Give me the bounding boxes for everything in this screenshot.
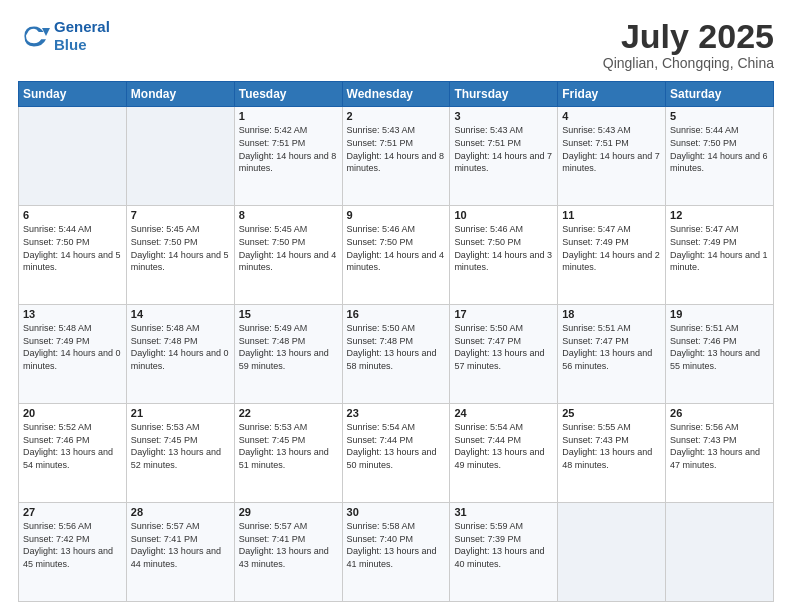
day-cell: 19Sunrise: 5:51 AM Sunset: 7:46 PM Dayli… <box>666 305 774 404</box>
day-info: Sunrise: 5:43 AM Sunset: 7:51 PM Dayligh… <box>347 124 446 174</box>
day-info: Sunrise: 5:54 AM Sunset: 7:44 PM Dayligh… <box>454 421 553 471</box>
day-cell: 3Sunrise: 5:43 AM Sunset: 7:51 PM Daylig… <box>450 107 558 206</box>
location: Qinglian, Chongqing, China <box>603 55 774 71</box>
logo-line2: Blue <box>54 36 87 53</box>
day-cell: 13Sunrise: 5:48 AM Sunset: 7:49 PM Dayli… <box>19 305 127 404</box>
header: General Blue July 2025 Qinglian, Chongqi… <box>18 18 774 71</box>
day-number: 27 <box>23 506 122 518</box>
weekday-header-thursday: Thursday <box>450 82 558 107</box>
day-cell: 6Sunrise: 5:44 AM Sunset: 7:50 PM Daylig… <box>19 206 127 305</box>
day-info: Sunrise: 5:53 AM Sunset: 7:45 PM Dayligh… <box>131 421 230 471</box>
day-number: 31 <box>454 506 553 518</box>
day-number: 29 <box>239 506 338 518</box>
day-cell: 8Sunrise: 5:45 AM Sunset: 7:50 PM Daylig… <box>234 206 342 305</box>
weekday-header-monday: Monday <box>126 82 234 107</box>
day-cell: 22Sunrise: 5:53 AM Sunset: 7:45 PM Dayli… <box>234 404 342 503</box>
day-number: 5 <box>670 110 769 122</box>
day-number: 6 <box>23 209 122 221</box>
day-cell: 27Sunrise: 5:56 AM Sunset: 7:42 PM Dayli… <box>19 503 127 602</box>
day-info: Sunrise: 5:58 AM Sunset: 7:40 PM Dayligh… <box>347 520 446 570</box>
day-number: 22 <box>239 407 338 419</box>
day-number: 4 <box>562 110 661 122</box>
day-number: 18 <box>562 308 661 320</box>
day-info: Sunrise: 5:46 AM Sunset: 7:50 PM Dayligh… <box>347 223 446 273</box>
day-number: 26 <box>670 407 769 419</box>
weekday-header-tuesday: Tuesday <box>234 82 342 107</box>
day-cell: 26Sunrise: 5:56 AM Sunset: 7:43 PM Dayli… <box>666 404 774 503</box>
day-number: 20 <box>23 407 122 419</box>
calendar-table: SundayMondayTuesdayWednesdayThursdayFrid… <box>18 81 774 602</box>
day-info: Sunrise: 5:52 AM Sunset: 7:46 PM Dayligh… <box>23 421 122 471</box>
day-number: 15 <box>239 308 338 320</box>
day-number: 8 <box>239 209 338 221</box>
day-cell: 7Sunrise: 5:45 AM Sunset: 7:50 PM Daylig… <box>126 206 234 305</box>
day-info: Sunrise: 5:49 AM Sunset: 7:48 PM Dayligh… <box>239 322 338 372</box>
day-info: Sunrise: 5:43 AM Sunset: 7:51 PM Dayligh… <box>454 124 553 174</box>
logo-line1: General <box>54 18 110 35</box>
day-cell: 4Sunrise: 5:43 AM Sunset: 7:51 PM Daylig… <box>558 107 666 206</box>
weekday-header-wednesday: Wednesday <box>342 82 450 107</box>
day-number: 16 <box>347 308 446 320</box>
day-cell: 16Sunrise: 5:50 AM Sunset: 7:48 PM Dayli… <box>342 305 450 404</box>
day-cell: 1Sunrise: 5:42 AM Sunset: 7:51 PM Daylig… <box>234 107 342 206</box>
day-cell: 5Sunrise: 5:44 AM Sunset: 7:50 PM Daylig… <box>666 107 774 206</box>
logo-text: General Blue <box>54 18 110 54</box>
week-row-3: 13Sunrise: 5:48 AM Sunset: 7:49 PM Dayli… <box>19 305 774 404</box>
day-info: Sunrise: 5:59 AM Sunset: 7:39 PM Dayligh… <box>454 520 553 570</box>
day-cell <box>126 107 234 206</box>
day-info: Sunrise: 5:51 AM Sunset: 7:47 PM Dayligh… <box>562 322 661 372</box>
day-cell: 2Sunrise: 5:43 AM Sunset: 7:51 PM Daylig… <box>342 107 450 206</box>
day-info: Sunrise: 5:53 AM Sunset: 7:45 PM Dayligh… <box>239 421 338 471</box>
day-number: 1 <box>239 110 338 122</box>
day-info: Sunrise: 5:47 AM Sunset: 7:49 PM Dayligh… <box>562 223 661 273</box>
day-info: Sunrise: 5:55 AM Sunset: 7:43 PM Dayligh… <box>562 421 661 471</box>
day-info: Sunrise: 5:43 AM Sunset: 7:51 PM Dayligh… <box>562 124 661 174</box>
day-number: 7 <box>131 209 230 221</box>
day-info: Sunrise: 5:45 AM Sunset: 7:50 PM Dayligh… <box>131 223 230 273</box>
week-row-2: 6Sunrise: 5:44 AM Sunset: 7:50 PM Daylig… <box>19 206 774 305</box>
week-row-1: 1Sunrise: 5:42 AM Sunset: 7:51 PM Daylig… <box>19 107 774 206</box>
day-number: 17 <box>454 308 553 320</box>
day-cell: 20Sunrise: 5:52 AM Sunset: 7:46 PM Dayli… <box>19 404 127 503</box>
day-cell: 10Sunrise: 5:46 AM Sunset: 7:50 PM Dayli… <box>450 206 558 305</box>
day-cell: 25Sunrise: 5:55 AM Sunset: 7:43 PM Dayli… <box>558 404 666 503</box>
day-info: Sunrise: 5:51 AM Sunset: 7:46 PM Dayligh… <box>670 322 769 372</box>
day-cell: 18Sunrise: 5:51 AM Sunset: 7:47 PM Dayli… <box>558 305 666 404</box>
day-number: 25 <box>562 407 661 419</box>
calendar-page: General Blue July 2025 Qinglian, Chongqi… <box>0 0 792 612</box>
day-number: 3 <box>454 110 553 122</box>
day-info: Sunrise: 5:54 AM Sunset: 7:44 PM Dayligh… <box>347 421 446 471</box>
title-block: July 2025 Qinglian, Chongqing, China <box>603 18 774 71</box>
weekday-header-sunday: Sunday <box>19 82 127 107</box>
day-number: 24 <box>454 407 553 419</box>
day-cell: 30Sunrise: 5:58 AM Sunset: 7:40 PM Dayli… <box>342 503 450 602</box>
day-number: 19 <box>670 308 769 320</box>
day-cell <box>666 503 774 602</box>
day-cell: 29Sunrise: 5:57 AM Sunset: 7:41 PM Dayli… <box>234 503 342 602</box>
day-info: Sunrise: 5:44 AM Sunset: 7:50 PM Dayligh… <box>23 223 122 273</box>
logo: General Blue <box>18 18 110 54</box>
day-number: 9 <box>347 209 446 221</box>
day-cell: 28Sunrise: 5:57 AM Sunset: 7:41 PM Dayli… <box>126 503 234 602</box>
day-info: Sunrise: 5:44 AM Sunset: 7:50 PM Dayligh… <box>670 124 769 174</box>
day-number: 10 <box>454 209 553 221</box>
day-info: Sunrise: 5:42 AM Sunset: 7:51 PM Dayligh… <box>239 124 338 174</box>
day-number: 11 <box>562 209 661 221</box>
weekday-header-row: SundayMondayTuesdayWednesdayThursdayFrid… <box>19 82 774 107</box>
day-cell: 9Sunrise: 5:46 AM Sunset: 7:50 PM Daylig… <box>342 206 450 305</box>
logo-icon <box>18 20 50 52</box>
month-title: July 2025 <box>603 18 774 55</box>
day-number: 21 <box>131 407 230 419</box>
day-number: 12 <box>670 209 769 221</box>
weekday-header-friday: Friday <box>558 82 666 107</box>
day-info: Sunrise: 5:50 AM Sunset: 7:47 PM Dayligh… <box>454 322 553 372</box>
day-info: Sunrise: 5:57 AM Sunset: 7:41 PM Dayligh… <box>239 520 338 570</box>
day-cell: 21Sunrise: 5:53 AM Sunset: 7:45 PM Dayli… <box>126 404 234 503</box>
day-number: 2 <box>347 110 446 122</box>
day-cell: 14Sunrise: 5:48 AM Sunset: 7:48 PM Dayli… <box>126 305 234 404</box>
day-number: 13 <box>23 308 122 320</box>
day-info: Sunrise: 5:45 AM Sunset: 7:50 PM Dayligh… <box>239 223 338 273</box>
week-row-5: 27Sunrise: 5:56 AM Sunset: 7:42 PM Dayli… <box>19 503 774 602</box>
day-number: 30 <box>347 506 446 518</box>
day-info: Sunrise: 5:57 AM Sunset: 7:41 PM Dayligh… <box>131 520 230 570</box>
